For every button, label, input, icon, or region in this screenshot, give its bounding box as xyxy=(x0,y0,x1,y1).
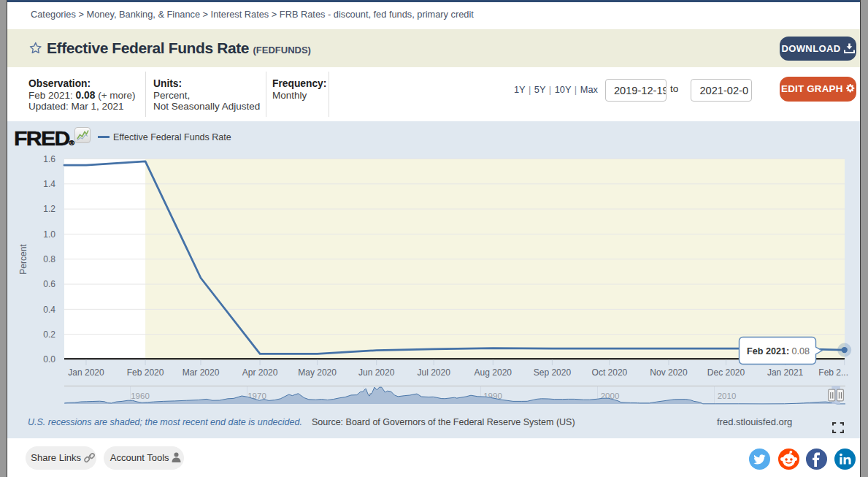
svg-text:Oct 2020: Oct 2020 xyxy=(592,367,628,378)
svg-text:Jan 2021: Jan 2021 xyxy=(767,367,804,378)
svg-text:May 2020: May 2020 xyxy=(298,367,337,378)
svg-text:1.4: 1.4 xyxy=(43,179,55,189)
svg-text:Aug 2020: Aug 2020 xyxy=(475,367,512,378)
svg-text:1.0: 1.0 xyxy=(43,229,55,240)
svg-text:Feb 2021: 0.08: Feb 2021: 0.08 xyxy=(747,346,810,356)
svg-text:0.4: 0.4 xyxy=(43,305,55,315)
svg-text:1960: 1960 xyxy=(131,392,150,400)
svg-text:Jun 2020: Jun 2020 xyxy=(358,367,395,378)
svg-text:Apr 2020: Apr 2020 xyxy=(242,367,278,378)
svg-text:1.6: 1.6 xyxy=(43,154,55,164)
svg-text:2010: 2010 xyxy=(718,392,737,400)
svg-text:0.6: 0.6 xyxy=(43,279,55,289)
svg-text:0.2: 0.2 xyxy=(43,329,55,340)
svg-text:Jul 2020: Jul 2020 xyxy=(418,367,451,378)
svg-text:Sep 2020: Sep 2020 xyxy=(534,367,572,378)
svg-text:Feb 2...: Feb 2... xyxy=(818,367,848,378)
svg-text:0.0: 0.0 xyxy=(43,354,55,365)
svg-text:Jan 2020: Jan 2020 xyxy=(68,367,104,378)
svg-text:0.8: 0.8 xyxy=(43,254,55,264)
svg-text:Mar 2020: Mar 2020 xyxy=(183,367,220,378)
svg-text:1.2: 1.2 xyxy=(43,204,55,214)
svg-text:Nov 2020: Nov 2020 xyxy=(650,367,688,378)
svg-text:Dec 2020: Dec 2020 xyxy=(707,367,745,378)
svg-text:Percent: Percent xyxy=(18,244,28,275)
svg-text:Feb 2020: Feb 2020 xyxy=(127,367,164,378)
